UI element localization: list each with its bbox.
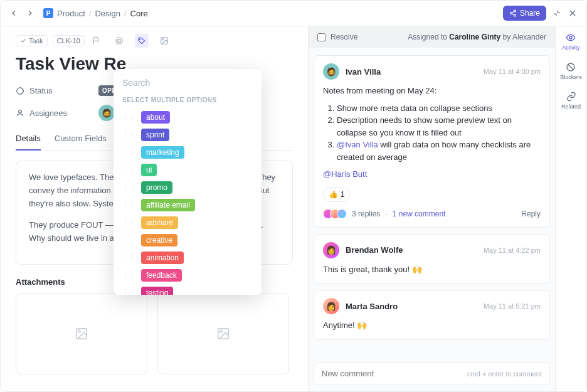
rail-related[interactable]: Related xyxy=(561,92,581,110)
tag-option[interactable]: ⋮⋮feedback xyxy=(114,267,262,284)
drag-handle-icon[interactable]: ⋮⋮ xyxy=(122,201,136,209)
breadcrumb-item[interactable]: Product xyxy=(57,9,85,18)
tab-custom-fields[interactable]: Custom Fields xyxy=(55,134,107,150)
breadcrumb-item[interactable]: Core xyxy=(130,9,148,18)
tag-search-input[interactable] xyxy=(114,74,262,94)
comment-author: Marta Sandro xyxy=(346,302,398,311)
tag-option[interactable]: ⋮⋮promo xyxy=(114,179,262,196)
comment-time: May 11 at 5:21 pm xyxy=(484,302,541,310)
drag-handle-icon[interactable]: ⋮⋮ xyxy=(122,166,136,174)
svg-line-4 xyxy=(512,11,514,13)
status-label: Status xyxy=(16,86,91,95)
right-rail: Activity Blockers Related xyxy=(555,26,586,391)
svg-point-7 xyxy=(116,38,123,45)
space-icon: P xyxy=(43,8,53,18)
svg-point-8 xyxy=(118,40,121,43)
svg-point-1 xyxy=(510,13,512,14)
drag-handle-icon[interactable]: ⋮⋮ xyxy=(122,114,136,122)
assigned-to: Assigned to Caroline Ginty by Alexander xyxy=(408,33,546,41)
svg-point-9 xyxy=(139,39,140,40)
avatar[interactable]: 👩 xyxy=(323,242,339,258)
comment: 👩 Marta Sandro May 11 at 5:21 pm Anytime… xyxy=(314,290,550,340)
svg-point-0 xyxy=(514,10,516,12)
drag-handle-icon[interactable]: ⋮⋮ xyxy=(122,149,136,157)
dropdown-heading: SELECT MULTIPLE OPTIONS xyxy=(114,94,262,109)
svg-point-11 xyxy=(162,39,163,40)
attachment-placeholder[interactable] xyxy=(157,293,289,374)
breadcrumb: P Product / Design / Core xyxy=(43,8,148,18)
svg-line-20 xyxy=(568,65,573,70)
breadcrumb-item[interactable]: Design xyxy=(95,9,120,18)
rail-activity[interactable]: Activity xyxy=(562,33,580,51)
mention[interactable]: @Haris Butt xyxy=(323,169,367,179)
task-type-chip[interactable]: Task xyxy=(16,35,48,46)
mention[interactable]: @Ivan Villa xyxy=(337,140,378,149)
drag-handle-icon[interactable]: ⋮⋮ xyxy=(122,272,136,280)
svg-point-18 xyxy=(569,36,572,39)
drag-handle-icon[interactable]: ⋮⋮ xyxy=(122,236,136,245)
tag-option[interactable]: ⋮⋮testing xyxy=(114,284,262,295)
attachment-placeholder[interactable] xyxy=(16,293,147,374)
drag-handle-icon[interactable]: ⋮⋮ xyxy=(122,254,136,262)
tag-option[interactable]: ⋮⋮ui xyxy=(114,161,262,179)
image-icon[interactable] xyxy=(157,34,171,48)
reply-avatars[interactable] xyxy=(323,209,347,219)
comment-time: May 11 at 4:00 pm xyxy=(484,68,541,75)
resolve-label: Resolve xyxy=(331,33,357,41)
main-panel: Task CLK-10 Task View Re Status OPE xyxy=(1,26,308,391)
comments-panel: Resolve Assigned to Caroline Ginty by Al… xyxy=(308,26,555,391)
drag-handle-icon[interactable]: ⋮⋮ xyxy=(122,219,136,227)
svg-line-3 xyxy=(512,14,514,15)
drag-handle-icon[interactable]: ⋮⋮ xyxy=(122,184,136,192)
assignees-label: Assignees xyxy=(16,109,91,118)
target-icon[interactable] xyxy=(112,34,126,48)
avatar[interactable]: 🧔 xyxy=(323,63,339,80)
replies-count[interactable]: 3 replies xyxy=(352,208,380,220)
comment-time: May 11 at 4:22 pm xyxy=(484,246,541,254)
drag-handle-icon[interactable]: ⋮⋮ xyxy=(122,131,136,139)
drag-handle-icon[interactable]: ⋮⋮ xyxy=(122,289,136,295)
tag-option[interactable]: ⋮⋮marketing xyxy=(114,144,262,161)
svg-point-17 xyxy=(220,330,223,332)
comment-author: Brendan Wolfe xyxy=(346,245,403,255)
comment-composer[interactable]: cmd + enter to comment xyxy=(314,362,550,385)
tag-dropdown: SELECT MULTIPLE OPTIONS ⋮⋮about⋮⋮sprint⋮… xyxy=(114,69,262,295)
svg-point-13 xyxy=(19,110,22,113)
svg-point-15 xyxy=(78,330,81,332)
tab-details[interactable]: Details xyxy=(16,134,41,151)
reply-button[interactable]: Reply xyxy=(521,208,541,220)
rail-blockers[interactable]: Blockers xyxy=(560,62,582,80)
composer-hint: cmd + enter to comment xyxy=(467,370,542,378)
new-comment-indicator[interactable]: 1 new comment xyxy=(393,208,446,220)
reaction-button[interactable]: 👍1 xyxy=(323,187,351,202)
tag-icon[interactable] xyxy=(135,34,149,48)
topbar: P Product / Design / Core Share xyxy=(1,1,586,26)
svg-point-2 xyxy=(514,14,516,16)
assignee-avatar[interactable]: 🧔 xyxy=(98,105,115,121)
comment-author: Ivan Villa xyxy=(346,67,381,77)
resolve-checkbox[interactable] xyxy=(317,33,325,41)
tag-option[interactable]: ⋮⋮adshare xyxy=(114,214,262,231)
share-button[interactable]: Share xyxy=(503,6,546,21)
close-icon[interactable] xyxy=(568,8,578,18)
tag-option[interactable]: ⋮⋮sprint xyxy=(114,126,262,144)
task-id-chip[interactable]: CLK-10 xyxy=(53,35,85,46)
tag-option[interactable]: ⋮⋮creative xyxy=(114,231,262,249)
nav-forward-icon[interactable] xyxy=(26,9,34,18)
flag-icon[interactable] xyxy=(90,34,103,48)
avatar[interactable]: 👩 xyxy=(323,298,339,314)
collapse-icon[interactable] xyxy=(553,9,561,18)
tag-option[interactable]: ⋮⋮about xyxy=(114,109,262,126)
tag-option[interactable]: ⋮⋮animation xyxy=(114,249,262,267)
comment: 🧔 Ivan Villa May 11 at 4:00 pm Notes fro… xyxy=(314,55,550,228)
nav-back-icon[interactable] xyxy=(9,9,18,18)
comment: 👩 Brendan Wolfe May 11 at 4:22 pm This i… xyxy=(314,234,550,284)
comment-input[interactable] xyxy=(322,369,467,378)
tag-option[interactable]: ⋮⋮affiliate email xyxy=(114,196,262,214)
